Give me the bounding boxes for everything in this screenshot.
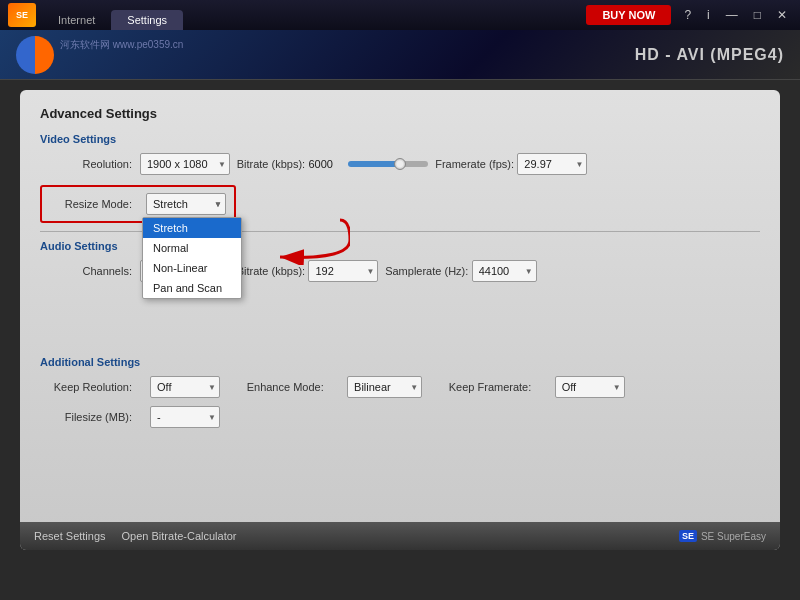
badge-text: SE SuperEasy [701,531,766,542]
titlebar-tabs: Internet Settings [42,0,578,30]
additional-row-2: Filesize (MB): [40,406,760,428]
filesize-label: Filesize (MB): [40,411,140,423]
additional-settings-label: Additional Settings [40,356,760,368]
samplerate-wrapper[interactable] [472,260,537,282]
bitrate-value: 6000 [308,158,348,170]
resize-mode-select-wrapper[interactable]: ▼ [146,193,226,215]
buy-now-button[interactable]: BUY NOW [586,5,671,25]
samplerate-label: Samplerate (Hz): [385,265,468,277]
close-button[interactable]: ✕ [772,6,792,24]
enhance-mode-label: Enhance Mode: [247,381,324,393]
framerate-label: Framerate (fps): [435,158,514,170]
bitrate-slider[interactable] [348,161,428,167]
bitrate-label: Bitrate (kbps): [237,158,305,170]
header-title: HD - AVI (MPEG4) [635,46,784,64]
resize-mode-dropdown[interactable]: Stretch Normal Non-Linear Pan and Scan [142,217,242,299]
additional-row-1: Keep Reolution: Enhance Mode: Keep Frame… [40,376,760,398]
supereasy-badge: SE SE SuperEasy [679,530,766,542]
window-controls: ? i — □ ✕ [679,6,792,24]
advanced-settings-title: Advanced Settings [40,106,760,121]
tab-internet[interactable]: Internet [42,10,111,30]
enhance-mode-input[interactable] [347,376,422,398]
resolution-input[interactable] [140,153,230,175]
option-stretch[interactable]: Stretch [143,218,241,238]
channels-label: Channels: [40,265,140,277]
filesize-input[interactable] [150,406,220,428]
bottom-bar: Reset Settings Open Bitrate-Calculator S… [20,522,780,550]
watermark: 河东软件网 www.pe0359.cn [60,38,183,52]
keep-framerate-wrapper[interactable] [555,376,625,398]
resize-mode-section: Resize Mode: ▼ Stretch Normal Non-Linear… [40,185,236,223]
red-arrow [260,215,350,268]
keep-resolution-input[interactable] [150,376,220,398]
bitrate-calculator-link[interactable]: Open Bitrate-Calculator [122,530,237,542]
resolution-label: Reolution: [40,158,140,170]
main-content: Advanced Settings Video Settings Reoluti… [20,90,780,550]
keep-resolution-wrapper[interactable] [150,376,220,398]
option-non-linear[interactable]: Non-Linear [143,258,241,278]
slider-thumb [394,158,406,170]
filesize-wrapper[interactable] [150,406,220,428]
video-settings-label: Video Settings [40,133,760,145]
header: 河东软件网 www.pe0359.cn HD - AVI (MPEG4) [0,30,800,80]
framerate-select-wrapper[interactable] [517,153,587,175]
titlebar: SE Internet Settings BUY NOW ? i — □ ✕ [0,0,800,30]
resolution-row: Reolution: Bitrate (kbps): 6000 Framerat… [40,153,760,175]
resize-mode-input[interactable] [146,193,226,215]
resize-mode-label: Resize Mode: [50,198,140,210]
header-logo-area: 河东软件网 www.pe0359.cn [16,36,54,74]
enhance-mode-wrapper[interactable] [347,376,422,398]
info-button[interactable]: i [702,6,715,24]
option-normal[interactable]: Normal [143,238,241,258]
tab-settings[interactable]: Settings [111,10,183,30]
header-logo [16,36,54,74]
keep-framerate-label: Keep Framerate: [449,381,532,393]
reset-settings-link[interactable]: Reset Settings [34,530,106,542]
keep-framerate-input[interactable] [555,376,625,398]
framerate-input[interactable] [517,153,587,175]
app-logo: SE [8,3,36,27]
resolution-select-wrapper[interactable] [140,153,230,175]
maximize-button[interactable]: □ [749,6,766,24]
samplerate-input[interactable] [472,260,537,282]
option-pan-and-scan[interactable]: Pan and Scan [143,278,241,298]
spacer [40,292,760,352]
help-button[interactable]: ? [679,6,696,24]
keep-resolution-label: Keep Reolution: [40,381,140,393]
minimize-button[interactable]: — [721,6,743,24]
resize-mode-row: Resize Mode: ▼ Stretch Normal Non-Linear… [40,185,760,223]
